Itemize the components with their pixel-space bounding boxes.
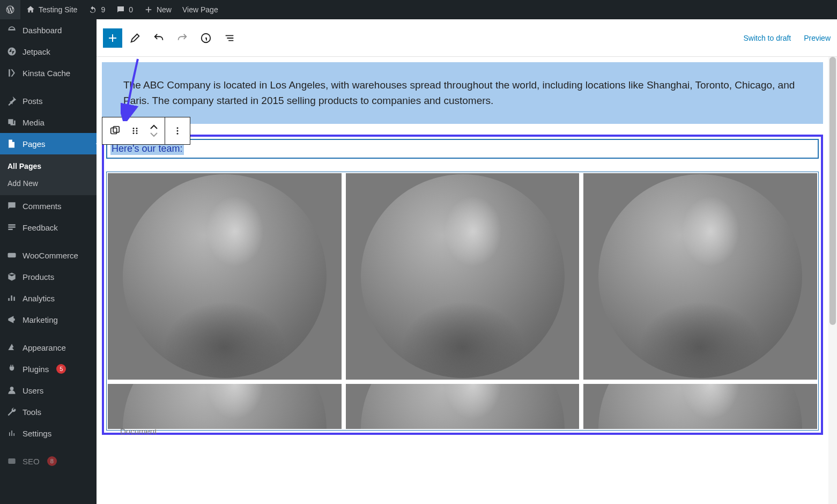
sidebar-item-label: Products [23, 272, 54, 281]
sidebar-item-media[interactable]: Media [0, 112, 97, 133]
sidebar-item-label: Posts [23, 97, 43, 106]
list-view-icon [224, 32, 235, 44]
pages-submenu: All Pages Add New [0, 154, 97, 195]
sidebar-item-label: Jetpack [23, 47, 50, 56]
seo-icon [6, 456, 17, 466]
more-vertical-icon [173, 126, 182, 136]
drag-icon [130, 126, 140, 136]
sidebar-item-label: Comments [23, 202, 62, 211]
sidebar-item-label: Users [23, 386, 43, 395]
move-down-button[interactable] [149, 131, 159, 138]
svg-point-8 [136, 128, 138, 129]
comment-icon [116, 5, 125, 14]
gallery-image[interactable] [583, 384, 817, 429]
submenu-add-new[interactable]: Add New [0, 175, 97, 192]
submenu-all-pages[interactable]: All Pages [0, 158, 97, 175]
dashboard-icon [6, 25, 17, 35]
svg-point-2 [10, 387, 14, 390]
paragraph-block[interactable]: The ABC Company is located in Los Angele… [102, 62, 823, 124]
sidebar-item-marketing[interactable]: Marketing [0, 309, 97, 330]
seo-badge: 8 [47, 456, 57, 466]
svg-point-14 [177, 130, 179, 132]
sidebar-item-settings[interactable]: Settings [0, 423, 97, 444]
move-up-button[interactable] [149, 123, 159, 131]
sidebar-item-label: Media [23, 118, 45, 127]
switch-draft-link[interactable]: Switch to draft [744, 34, 791, 42]
sidebar-item-plugins[interactable]: Plugins 5 [0, 358, 97, 380]
svg-point-9 [133, 130, 135, 132]
sidebar-item-tools[interactable]: Tools [0, 401, 97, 423]
block-editor: Switch to draft Preview The ABC Company … [97, 19, 837, 504]
kinsta-icon [6, 68, 17, 78]
sidebar-item-kinsta[interactable]: Kinsta Cache [0, 62, 97, 84]
updates-count: 9 [101, 5, 105, 14]
sidebar-item-dashboard[interactable]: Dashboard [0, 19, 97, 41]
admin-sidebar: Dashboard Jetpack Kinsta Cache Posts Med… [0, 19, 97, 504]
sidebar-item-label: Marketing [23, 315, 58, 324]
editor-canvas: The ABC Company is located in Los Angele… [97, 57, 837, 504]
sidebar-item-jetpack[interactable]: Jetpack [0, 41, 97, 62]
info-icon [200, 32, 212, 44]
sidebar-item-posts[interactable]: Posts [0, 90, 97, 112]
sidebar-item-feedback[interactable]: Feedback [0, 217, 97, 238]
undo-icon [153, 32, 165, 44]
sidebar-item-appearance[interactable]: Appearance [0, 337, 97, 358]
gallery-image[interactable] [108, 384, 342, 429]
redo-button[interactable] [172, 27, 193, 49]
home-icon [26, 5, 35, 14]
site-home-link[interactable]: Testing Site [20, 0, 83, 19]
wp-logo-menu[interactable] [0, 0, 20, 19]
editor-toolbar: Switch to draft Preview [97, 19, 837, 57]
scrollbar-track[interactable] [828, 57, 837, 504]
drag-handle[interactable] [127, 123, 143, 139]
preview-link[interactable]: Preview [804, 34, 831, 42]
details-button[interactable] [195, 27, 217, 49]
plugins-badge: 5 [56, 364, 66, 374]
svg-rect-3 [8, 458, 15, 464]
sidebar-item-products[interactable]: Products [0, 266, 97, 287]
pencil-icon [129, 32, 141, 44]
site-name: Testing Site [39, 5, 77, 14]
woocommerce-icon [6, 250, 17, 261]
block-toolbar [102, 117, 190, 145]
outline-button[interactable] [219, 27, 240, 49]
sidebar-item-seo[interactable]: SEO 8 [0, 450, 97, 472]
sidebar-item-label: Pages [23, 139, 46, 149]
gallery-block[interactable] [106, 172, 819, 431]
gallery-image[interactable] [583, 173, 817, 380]
new-content-link[interactable]: New [138, 0, 177, 19]
sidebar-item-analytics[interactable]: Analytics [0, 287, 97, 309]
svg-point-12 [136, 132, 138, 134]
sidebar-item-comments[interactable]: Comments [0, 195, 97, 217]
add-block-button[interactable] [103, 28, 122, 48]
sidebar-item-woocommerce[interactable]: WooCommerce [0, 244, 97, 266]
heading-block[interactable]: Here's our team: [106, 139, 819, 159]
block-options-button[interactable] [169, 123, 186, 139]
comments-link[interactable]: 0 [110, 0, 138, 19]
users-icon [6, 385, 17, 396]
new-label: New [157, 5, 172, 14]
sidebar-item-label: SEO [23, 457, 40, 466]
gallery-image[interactable] [108, 173, 342, 380]
chevron-up-icon [150, 124, 158, 130]
select-parent-button[interactable] [107, 123, 123, 139]
sidebar-item-label: Analytics [23, 294, 55, 303]
gallery-image[interactable] [346, 173, 580, 380]
group-block-selected[interactable]: Here's our team: Document [102, 135, 823, 435]
view-page-link[interactable]: View Page [177, 0, 224, 19]
adminbar: Testing Site 9 0 New View Page [0, 0, 837, 19]
tools-mode-button[interactable] [124, 27, 146, 49]
marketing-icon [6, 314, 17, 325]
svg-rect-6 [113, 127, 119, 132]
gallery-image[interactable] [346, 384, 580, 429]
pages-icon [6, 138, 17, 149]
media-icon [6, 117, 17, 128]
sidebar-item-label: Plugins [23, 365, 49, 374]
scrollbar-thumb[interactable] [829, 57, 836, 325]
updates-link[interactable]: 9 [83, 0, 110, 19]
settings-icon [6, 428, 17, 439]
plugins-icon [6, 364, 17, 374]
undo-button[interactable] [148, 27, 169, 49]
sidebar-item-users[interactable]: Users [0, 380, 97, 401]
sidebar-item-pages[interactable]: Pages [0, 133, 97, 154]
